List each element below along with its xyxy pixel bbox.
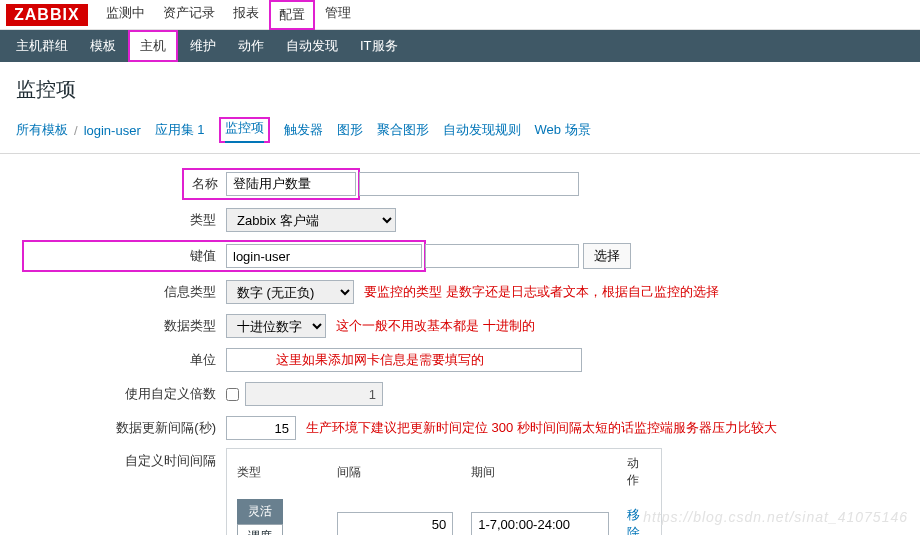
top-menu-administration[interactable]: 管理 xyxy=(317,0,359,30)
top-menu-reports[interactable]: 报表 xyxy=(225,0,267,30)
sub-menu-templates[interactable]: 模板 xyxy=(80,32,126,60)
flex-row: 灵活调度 移除 xyxy=(229,495,659,535)
flex-interval-table: 类型 间隔 期间 动作 灵活调度 移除 添加 xyxy=(226,448,662,535)
key-input-ext[interactable] xyxy=(425,244,579,268)
data-annotation: 这个一般不用改基本都是 十进制的 xyxy=(336,317,535,335)
item-form: 名称 类型 Zabbix 客户端 键值 选择 信息类型 数字 (无正负) 要监控… xyxy=(0,154,920,535)
tab-screens[interactable]: 聚合图形 xyxy=(377,121,429,139)
delay-label: 数据更新间隔(秒) xyxy=(16,419,226,437)
type-label: 类型 xyxy=(16,211,226,229)
sub-menu-hosts[interactable]: 主机 xyxy=(128,30,178,62)
name-label: 名称 xyxy=(192,175,226,193)
data-select[interactable]: 十进位数字 xyxy=(226,314,326,338)
flex-th-action: 动作 xyxy=(619,451,659,493)
breadcrumb-sep: / xyxy=(74,123,78,138)
multiplier-label: 使用自定义倍数 xyxy=(16,385,226,403)
delay-input[interactable] xyxy=(226,416,296,440)
top-menu: 监测中 资产记录 报表 配置 管理 xyxy=(98,0,359,30)
watermark: https://blog.csdn.net/sinat_41075146 xyxy=(643,509,908,525)
tab-items[interactable]: 监控项 xyxy=(225,120,264,143)
flex-th-type: 类型 xyxy=(229,451,327,493)
sub-bar: 主机群组 模板 主机 维护 动作 自动发现 IT服务 xyxy=(0,30,920,62)
breadcrumb-all-templates[interactable]: 所有模板 xyxy=(16,121,68,139)
tab-graphs[interactable]: 图形 xyxy=(337,121,363,139)
flex-pill-flexible[interactable]: 灵活 xyxy=(237,499,283,524)
flex-interval-input[interactable] xyxy=(337,512,453,535)
name-input-ext[interactable] xyxy=(359,172,579,196)
tab-triggers[interactable]: 触发器 xyxy=(284,121,323,139)
sub-menu-actions[interactable]: 动作 xyxy=(228,32,274,60)
logo: ZABBIX xyxy=(6,4,88,26)
tab-applications[interactable]: 应用集 1 xyxy=(155,121,205,139)
top-menu-monitoring[interactable]: 监测中 xyxy=(98,0,153,30)
sub-menu-maintenance[interactable]: 维护 xyxy=(180,32,226,60)
flex-pill-scheduling[interactable]: 调度 xyxy=(237,524,283,535)
page-title: 监控项 xyxy=(0,62,920,111)
top-menu-configuration[interactable]: 配置 xyxy=(269,0,315,30)
key-label: 键值 xyxy=(26,247,226,265)
tab-web[interactable]: Web 场景 xyxy=(535,121,591,139)
flex-remove-link[interactable]: 移除 xyxy=(627,507,640,535)
key-select-button[interactable]: 选择 xyxy=(583,243,631,269)
units-label: 单位 xyxy=(16,351,226,369)
sub-menu-hostgroups[interactable]: 主机群组 xyxy=(6,32,78,60)
type-select[interactable]: Zabbix 客户端 xyxy=(226,208,396,232)
breadcrumb: 所有模板 / login-user 应用集 1 监控项 触发器 图形 聚合图形 … xyxy=(0,111,920,154)
flex-period-input[interactable] xyxy=(471,512,609,535)
info-annotation: 要监控的类型 是数字还是日志或者文本，根据自己监控的选择 xyxy=(364,283,719,301)
name-input[interactable] xyxy=(226,172,356,196)
top-bar: ZABBIX 监测中 资产记录 报表 配置 管理 xyxy=(0,0,920,30)
multiplier-input[interactable] xyxy=(245,382,383,406)
delay-annotation: 生产环境下建议把更新时间定位 300 秒时间间隔太短的话监控端服务器压力比较大 xyxy=(306,419,777,437)
units-input[interactable] xyxy=(226,348,582,372)
flex-th-period: 期间 xyxy=(463,451,617,493)
breadcrumb-host[interactable]: login-user xyxy=(84,123,141,138)
key-input[interactable] xyxy=(226,244,422,268)
info-label: 信息类型 xyxy=(16,283,226,301)
multiplier-checkbox[interactable] xyxy=(226,388,239,401)
flex-th-interval: 间隔 xyxy=(329,451,461,493)
name-highlight: 名称 xyxy=(182,168,360,200)
tab-discovery[interactable]: 自动发现规则 xyxy=(443,121,521,139)
sub-menu-itservices[interactable]: IT服务 xyxy=(350,32,408,60)
flex-label: 自定义时间间隔 xyxy=(16,448,226,470)
info-select[interactable]: 数字 (无正负) xyxy=(226,280,354,304)
sub-menu-discovery[interactable]: 自动发现 xyxy=(276,32,348,60)
top-menu-inventory[interactable]: 资产记录 xyxy=(155,0,223,30)
key-highlight: 键值 xyxy=(22,240,426,272)
data-label: 数据类型 xyxy=(16,317,226,335)
